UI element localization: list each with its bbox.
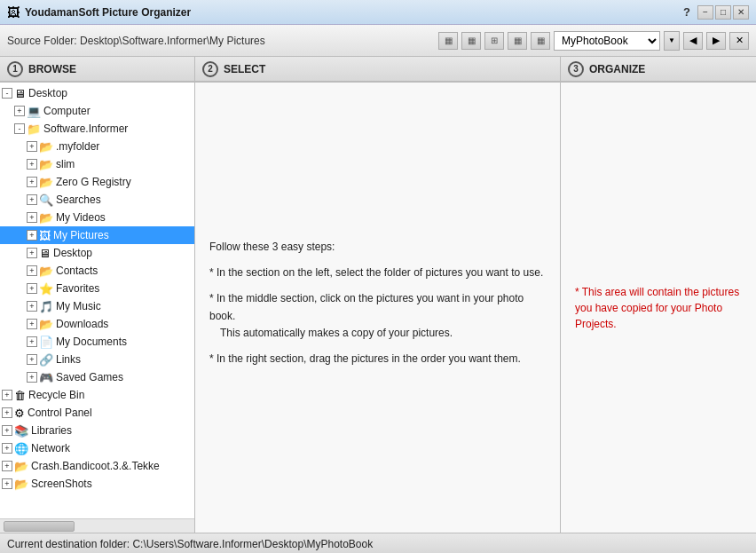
expand-btn-saved-games[interactable]: + <box>27 372 37 383</box>
tree-item-crash-bandicoot[interactable]: +📂Crash.Bandicoot.3.&.Tekke <box>0 457 194 475</box>
tree-item-myfolder[interactable]: +📂.myfolder <box>0 138 194 155</box>
expand-btn-myfolder[interactable]: + <box>27 141 37 152</box>
tree-item-libraries[interactable]: +📚Libraries <box>0 422 194 439</box>
item-icon-my-videos: 📂 <box>39 211 53 225</box>
tree-item-zero-g[interactable]: +📂Zero G Registry <box>0 173 194 191</box>
browse-tree[interactable]: -🖥Desktop+💻Computer-📁Software.Informer+📂… <box>0 83 194 518</box>
tree-item-searches[interactable]: +🔍Searches <box>0 191 194 209</box>
instructions-step2-line1: * In the middle section, click on the pi… <box>209 290 546 342</box>
item-label-my-videos: My Videos <box>56 211 106 224</box>
maximize-button[interactable]: □ <box>715 5 731 20</box>
tree-item-slim[interactable]: +📂slim <box>0 155 194 173</box>
help-icon[interactable]: ? <box>683 5 690 20</box>
tree-item-computer[interactable]: +💻Computer <box>0 102 194 120</box>
minimize-button[interactable]: − <box>697 5 713 20</box>
album-dropdown-button[interactable]: ▼ <box>664 31 680 51</box>
tree-item-recycle-bin[interactable]: +🗑Recycle Bin <box>0 386 194 404</box>
step2-text: * In the middle section, click on the pi… <box>209 292 524 321</box>
item-label-myfolder: .myfolder <box>56 140 99 153</box>
scroll-thumb[interactable] <box>4 521 75 532</box>
item-icon-recycle-bin: 🗑 <box>14 389 26 402</box>
expand-btn-links[interactable]: + <box>27 354 37 365</box>
expand-btn-screenshots[interactable]: + <box>2 478 12 489</box>
expand-btn-my-music[interactable]: + <box>27 301 37 312</box>
expand-btn-recycle-bin[interactable]: + <box>2 390 12 400</box>
item-icon-computer: 💻 <box>27 105 41 118</box>
expand-btn-downloads[interactable]: + <box>27 319 37 329</box>
tree-item-control-panel[interactable]: +⚙Control Panel <box>0 404 194 422</box>
tree-item-desktop[interactable]: -🖥Desktop <box>0 84 194 102</box>
view-btn-4[interactable]: ▦ <box>508 32 527 50</box>
item-icon-libraries: 📚 <box>14 424 28 438</box>
item-label-searches: Searches <box>56 194 101 206</box>
tree-item-my-music[interactable]: +🎵My Music <box>0 297 194 315</box>
select-section-header: 2 SELECT <box>195 57 561 82</box>
tree-item-favorites[interactable]: +⭐Favorites <box>0 280 194 297</box>
close-button[interactable]: ✕ <box>733 5 749 20</box>
item-label-downloads: Downloads <box>56 318 108 330</box>
expand-btn-crash-bandicoot[interactable]: + <box>2 461 12 471</box>
view-btn-5[interactable]: ▦ <box>531 32 550 50</box>
browse-section-number: 1 <box>7 61 23 77</box>
tree-item-my-documents[interactable]: +📄My Documents <box>0 333 194 351</box>
select-section-label: SELECT <box>224 63 265 75</box>
organize-section-number: 3 <box>568 61 584 77</box>
organize-hint: * This area will contain the pictures yo… <box>575 284 742 332</box>
expand-btn-contacts[interactable]: + <box>27 265 37 276</box>
expand-btn-software-informer[interactable]: - <box>14 123 25 134</box>
item-label-links: Links <box>56 353 81 366</box>
expand-btn-my-pictures[interactable]: + <box>27 230 37 241</box>
expand-btn-desktop[interactable]: - <box>2 88 12 99</box>
instructions-step3: * In the right section, drag the picture… <box>209 351 546 367</box>
item-label-slim: slim <box>56 158 75 170</box>
album-select[interactable]: MyPhotoBook <box>554 31 660 51</box>
item-label-computer: Computer <box>43 105 91 117</box>
source-folder-label: Source Folder: Desktop\Software.Informer… <box>7 35 433 47</box>
tree-item-software-informer[interactable]: -📁Software.Informer <box>0 120 194 138</box>
view-btn-3[interactable]: ⊞ <box>484 32 504 50</box>
expand-btn-slim[interactable]: + <box>27 159 37 170</box>
organize-section-label: ORGANIZE <box>589 63 645 75</box>
expand-btn-libraries[interactable]: + <box>2 425 12 436</box>
scroll-track[interactable] <box>0 519 194 533</box>
tree-item-my-pictures[interactable]: +🖼My Pictures <box>0 226 194 244</box>
instructions-step1: * In the section on the left, select the… <box>209 265 546 281</box>
expand-btn-control-panel[interactable]: + <box>2 407 12 418</box>
view-btn-1[interactable]: ▦ <box>438 32 458 50</box>
item-icon-desktop2: 🖥 <box>39 247 51 260</box>
item-label-contacts: Contacts <box>56 265 98 277</box>
expand-btn-zero-g[interactable]: + <box>27 177 37 187</box>
browse-scrollbar[interactable] <box>0 518 194 533</box>
tree-item-my-videos[interactable]: +📂My Videos <box>0 209 194 226</box>
item-label-recycle-bin: Recycle Bin <box>28 389 84 401</box>
expand-btn-computer[interactable]: + <box>14 106 25 116</box>
section-headers-row: 1 BROWSE 2 SELECT 3 ORGANIZE <box>0 57 756 83</box>
tree-item-links[interactable]: +🔗Links <box>0 351 194 368</box>
tree-item-saved-games[interactable]: +🎮Saved Games <box>0 368 194 386</box>
view-btn-2[interactable]: ▦ <box>461 32 481 50</box>
expand-btn-network[interactable]: + <box>2 443 12 454</box>
action-btn-back[interactable]: ◀ <box>683 32 703 50</box>
tree-item-contacts[interactable]: +📂Contacts <box>0 262 194 280</box>
item-label-control-panel: Control Panel <box>28 407 92 419</box>
app-icon: 🖼 <box>7 5 20 20</box>
expand-btn-favorites[interactable]: + <box>27 283 37 294</box>
browse-panel: -🖥Desktop+💻Computer-📁Software.Informer+📂… <box>0 83 195 533</box>
item-label-my-music: My Music <box>56 300 101 312</box>
expand-btn-desktop2[interactable]: + <box>27 248 37 258</box>
item-label-desktop2: Desktop <box>53 247 92 259</box>
tree-item-desktop2[interactable]: +🖥Desktop <box>0 244 194 262</box>
item-label-my-documents: My Documents <box>56 336 127 348</box>
tree-item-downloads[interactable]: +📂Downloads <box>0 315 194 333</box>
item-icon-links: 🔗 <box>39 353 53 367</box>
expand-btn-searches[interactable]: + <box>27 194 37 205</box>
select-section-number: 2 <box>202 61 218 77</box>
expand-btn-my-documents[interactable]: + <box>27 336 37 347</box>
tree-item-network[interactable]: +🌐Network <box>0 439 194 457</box>
expand-btn-my-videos[interactable]: + <box>27 212 37 223</box>
item-icon-favorites: ⭐ <box>39 282 53 296</box>
action-btn-close[interactable]: ✕ <box>729 32 749 50</box>
action-btn-forward[interactable]: ▶ <box>706 32 726 50</box>
organize-panel: * This area will contain the pictures yo… <box>561 83 756 533</box>
tree-item-screenshots[interactable]: +📂ScreenShots <box>0 475 194 493</box>
